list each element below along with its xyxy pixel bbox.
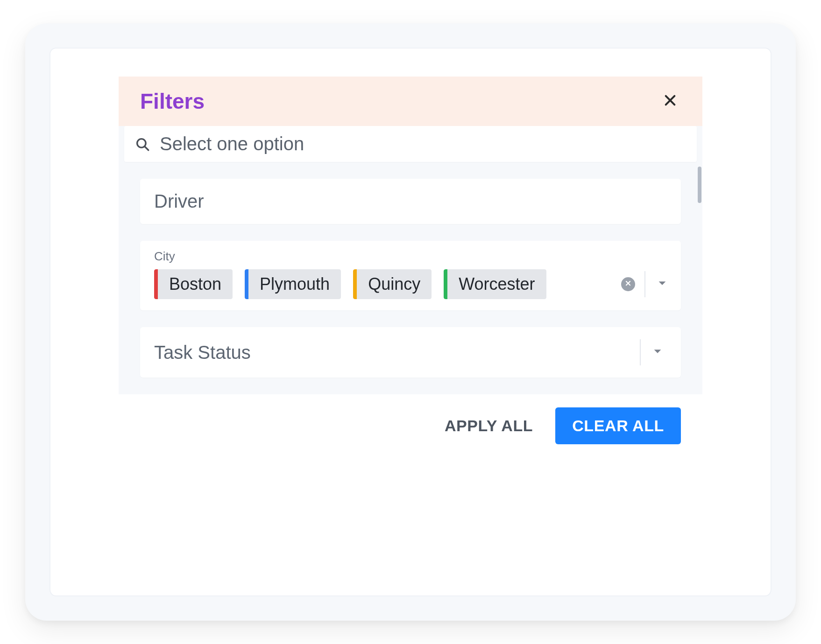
chip-label: Quincy (357, 269, 432, 299)
search-bar[interactable] (124, 126, 697, 162)
field-label: City (154, 249, 672, 264)
city-chip[interactable]: Worcester (444, 269, 546, 299)
city-chip-list: Boston Plymouth Quincy (154, 269, 621, 299)
close-icon (624, 280, 632, 289)
device-frame: Filters (0, 0, 821, 644)
clear-all-button[interactable]: CLEAR ALL (555, 407, 681, 444)
apply-all-button[interactable]: APPLY ALL (445, 417, 533, 435)
filter-field-task-status[interactable]: Task Status (140, 327, 681, 378)
chip-label: Worcester (447, 269, 546, 299)
close-button[interactable] (659, 91, 681, 112)
chip-label: Plymouth (248, 269, 341, 299)
field-label: Driver (154, 191, 667, 212)
chip-color-bar (353, 269, 357, 299)
chevron-down-icon (652, 346, 663, 358)
city-row: Boston Plymouth Quincy (154, 269, 672, 299)
close-icon (663, 93, 678, 110)
city-chip[interactable]: Quincy (353, 269, 432, 299)
panel-footer: APPLY ALL CLEAR ALL (119, 394, 702, 460)
panel-header: Filters (119, 77, 702, 126)
city-chip[interactable]: Plymouth (245, 269, 341, 299)
divider (644, 271, 645, 297)
scrollbar-thumb[interactable] (698, 167, 701, 203)
chip-label: Boston (158, 269, 233, 299)
field-actions (621, 271, 672, 297)
field-label: Task Status (154, 342, 251, 363)
filters-panel: Filters (119, 77, 702, 460)
screen: Filters (50, 48, 771, 596)
filter-field-city[interactable]: City Boston Plymouth (140, 241, 681, 310)
filter-field-driver[interactable]: Driver (140, 179, 681, 224)
chevron-down-icon (657, 278, 667, 290)
city-chip[interactable]: Boston (154, 269, 233, 299)
chip-color-bar (154, 269, 158, 299)
divider (640, 339, 641, 365)
panel-title: Filters (140, 89, 205, 114)
chip-color-bar (245, 269, 248, 299)
expand-field-button[interactable] (648, 343, 667, 362)
expand-field-button[interactable] (653, 275, 672, 294)
svg-line-3 (145, 146, 149, 150)
search-input[interactable] (160, 133, 687, 154)
chip-color-bar (444, 269, 447, 299)
tablet-shell: Filters (25, 23, 796, 621)
field-actions (640, 339, 667, 365)
filter-list: Driver City Boston (119, 162, 702, 378)
search-icon (134, 136, 150, 152)
clear-field-button[interactable] (621, 277, 635, 291)
